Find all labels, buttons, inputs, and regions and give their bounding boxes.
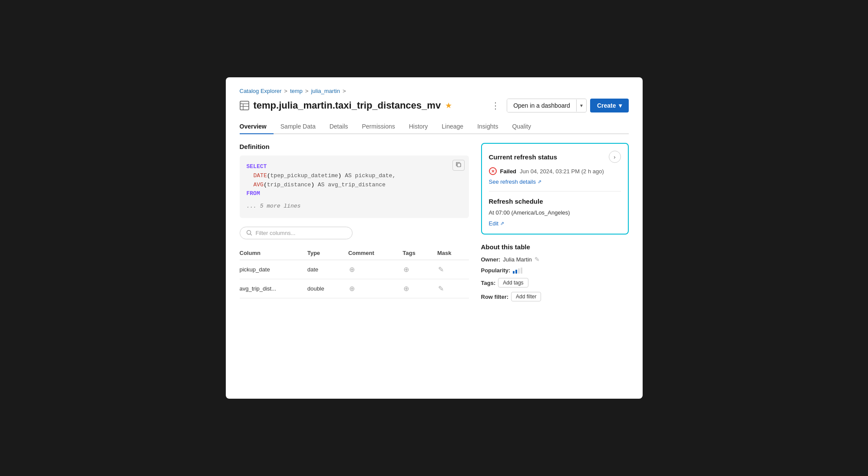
tags-row: Tags: Add tags — [481, 278, 629, 288]
definition-title: Definition — [240, 143, 469, 150]
breadcrumb-temp[interactable]: temp — [290, 88, 303, 94]
failed-text: Failed — [500, 168, 517, 175]
copy-button[interactable] — [452, 160, 465, 171]
failed-row: Failed Jun 04, 2024, 03:21 PM (2 h ago) — [489, 167, 621, 175]
tab-lineage[interactable]: Lineage — [435, 119, 470, 134]
bar-1 — [513, 271, 515, 274]
table-row: pickup_date date ⊕ ⊕ ✎ — [240, 260, 469, 279]
title-row: ≡ temp.julia_martin.taxi_trip_distances_… — [240, 99, 629, 112]
col-tags-avg-trip: ⊕ — [397, 279, 432, 298]
refresh-status-card: Current refresh status › Failed Jun 04, … — [481, 143, 629, 235]
edit-mask-button-avg[interactable]: ✎ — [437, 284, 445, 294]
refresh-status-title: Current refresh status — [489, 153, 558, 161]
breadcrumb: Catalog Explorer > temp > julia_martin > — [240, 88, 629, 94]
edit-schedule-link[interactable]: Edit ⇗ — [489, 220, 621, 227]
tab-overview[interactable]: Overview — [240, 119, 274, 134]
col-header-mask: Mask — [432, 246, 469, 260]
owner-row: Owner: Julia Martin ✎ — [481, 256, 629, 263]
svg-text:≡: ≡ — [241, 102, 242, 104]
about-title: About this table — [481, 243, 629, 251]
col-header-tags: Tags — [397, 246, 432, 260]
col-name-avg-trip: avg_trip_dist... — [240, 279, 302, 298]
table-row: avg_trip_dist... double ⊕ ⊕ ✎ — [240, 279, 469, 298]
bar-4 — [521, 268, 522, 274]
popularity-row: Popularity: — [481, 267, 629, 274]
tab-permissions[interactable]: Permissions — [355, 119, 402, 134]
left-panel: Definition SELECT DATE(tpep_pickup_datet… — [240, 143, 469, 306]
about-section: About this table Owner: Julia Martin ✎ P… — [481, 243, 629, 301]
breadcrumb-julia-martin[interactable]: julia_martin — [311, 88, 340, 94]
code-line-from: FROM — [247, 189, 462, 198]
code-block: SELECT DATE(tpep_pickup_datetime) AS pic… — [240, 155, 469, 218]
svg-line-7 — [250, 234, 251, 235]
svg-rect-5 — [457, 163, 461, 167]
edit-owner-button[interactable]: ✎ — [535, 256, 540, 263]
open-dashboard-caret-button[interactable]: ▾ — [576, 99, 586, 112]
open-dashboard-button[interactable]: Open in a dashboard ▾ — [507, 99, 587, 112]
breadcrumb-catalog[interactable]: Catalog Explorer — [240, 88, 282, 94]
bar-2 — [515, 270, 517, 274]
col-type-avg-trip: double — [302, 279, 343, 298]
add-tags-button[interactable]: Add tags — [498, 278, 528, 288]
col-comment-pickup-date: ⊕ — [343, 260, 397, 279]
tab-details[interactable]: Details — [323, 119, 355, 134]
col-type-pickup-date: date — [302, 260, 343, 279]
filter-input-wrap[interactable] — [240, 227, 353, 239]
col-mask-pickup-date: ✎ — [432, 260, 469, 279]
tabs-nav: Overview Sample Data Details Permissions… — [240, 119, 629, 134]
bar-3 — [518, 268, 520, 274]
code-more-lines[interactable]: ... 5 more lines — [247, 202, 462, 211]
add-tag-button-pickup[interactable]: ⊕ — [403, 264, 410, 274]
refresh-schedule-title: Refresh schedule — [489, 198, 621, 205]
open-dashboard-main-button[interactable]: Open in a dashboard — [507, 99, 576, 112]
more-options-button[interactable]: ⋮ — [488, 99, 503, 112]
col-comment-avg-trip: ⊕ — [343, 279, 397, 298]
search-icon — [246, 230, 252, 236]
tab-history[interactable]: History — [402, 119, 435, 134]
col-mask-avg-trip: ✎ — [432, 279, 469, 298]
table-icon: ≡ — [240, 101, 249, 110]
see-refresh-details-link[interactable]: See refresh details ⇗ — [489, 178, 621, 185]
tab-sample-data[interactable]: Sample Data — [274, 119, 323, 134]
create-button[interactable]: Create ▾ — [590, 99, 629, 112]
columns-table: Column Type Comment Tags Mask pickup_dat… — [240, 246, 469, 298]
col-header-column: Column — [240, 246, 302, 260]
star-icon[interactable]: ★ — [445, 101, 452, 110]
main-content: Definition SELECT DATE(tpep_pickup_datet… — [240, 143, 629, 306]
owner-value: Julia Martin — [503, 256, 531, 263]
failed-icon — [489, 167, 497, 175]
refresh-status-chevron-button[interactable]: › — [609, 151, 621, 163]
code-line-select: SELECT — [247, 162, 462, 172]
code-line-avg: AVG(trip_distance) AS avg_trip_distance — [247, 181, 462, 190]
right-panel: Current refresh status › Failed Jun 04, … — [481, 143, 629, 306]
col-header-comment: Comment — [343, 246, 397, 260]
filter-row — [240, 227, 469, 239]
code-line-date: DATE(tpep_pickup_datetime) AS pickup_dat… — [247, 172, 462, 181]
add-comment-button-pickup[interactable]: ⊕ — [348, 264, 356, 274]
add-tag-button-avg[interactable]: ⊕ — [403, 284, 410, 294]
col-header-type: Type — [302, 246, 343, 260]
tab-quality[interactable]: Quality — [505, 119, 538, 134]
tab-insights[interactable]: Insights — [470, 119, 505, 134]
popularity-bars — [513, 268, 522, 274]
filter-input[interactable] — [256, 230, 346, 236]
add-comment-button-avg[interactable]: ⊕ — [348, 284, 356, 294]
schedule-time: At 07:00 (America/Los_Angeles) — [489, 209, 621, 216]
failed-time: Jun 04, 2024, 03:21 PM (2 h ago) — [520, 168, 604, 175]
page-title: temp.julia_martin.taxi_trip_distances_mv — [254, 100, 441, 111]
edit-mask-button-pickup[interactable]: ✎ — [437, 264, 445, 274]
col-name-pickup-date: pickup_date — [240, 260, 302, 279]
add-filter-button[interactable]: Add filter — [511, 292, 541, 301]
col-tags-pickup-date: ⊕ — [397, 260, 432, 279]
row-filter-row: Row filter: Add filter — [481, 292, 629, 301]
